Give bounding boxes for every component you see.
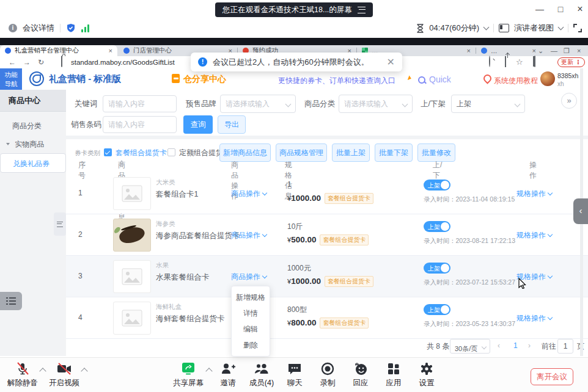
browser-restore-icon[interactable]: ❐ bbox=[564, 47, 570, 54]
status-toggle[interactable]: 上架 bbox=[424, 263, 450, 274]
chevron-down-icon bbox=[402, 101, 408, 107]
browser-tab-1[interactable]: 礼盒营销平台管理中心 × bbox=[0, 45, 117, 56]
batch-on-button[interactable]: 批量上架 bbox=[332, 143, 370, 162]
toast-close-icon[interactable]: ✕ bbox=[387, 57, 395, 67]
product-action-dropdown: 新增规格 详情 编辑 删除 bbox=[231, 286, 270, 357]
menu-item-details[interactable]: 详情 bbox=[232, 305, 270, 321]
sort-icon[interactable] bbox=[120, 160, 123, 166]
url-text[interactable]: standard.maboy.cn/GoodsGiftList bbox=[71, 56, 175, 68]
combo-card-option[interactable]: 套餐组合提货卡 bbox=[116, 143, 167, 162]
export-button[interactable]: 导出 bbox=[218, 115, 246, 134]
category-select[interactable]: 请选择或输入 bbox=[339, 95, 413, 113]
user-sub: xh bbox=[557, 81, 564, 87]
keyword-input[interactable] bbox=[103, 95, 177, 112]
back-icon[interactable]: ← bbox=[9, 56, 16, 68]
info-icon: i bbox=[9, 24, 17, 32]
function-nav-line2: 导航 bbox=[0, 79, 22, 89]
product-image-placeholder bbox=[113, 302, 151, 335]
add-product-button[interactable]: 新增商品信息 bbox=[219, 143, 271, 162]
status-toggle[interactable]: 上架 bbox=[424, 180, 450, 191]
tab-search-chevron-icon[interactable]: ⌄ bbox=[538, 47, 543, 54]
speaker-view-icon bbox=[499, 24, 509, 32]
zoom-icon[interactable] bbox=[489, 56, 490, 67]
combo-card-checkbox[interactable] bbox=[104, 148, 112, 156]
panel-collapse-handle[interactable]: ‹ bbox=[573, 198, 588, 224]
current-page[interactable]: 1 bbox=[513, 341, 518, 350]
function-nav-button[interactable]: 功能 导航 bbox=[0, 68, 22, 90]
spec-manage-button[interactable]: 商品规格管理 bbox=[276, 143, 327, 162]
fullscreen-icon[interactable] bbox=[573, 24, 582, 32]
menu-item-delete[interactable]: 删除 bbox=[232, 337, 270, 353]
forward-icon[interactable]: → bbox=[23, 56, 31, 68]
status-select[interactable]: 上架 bbox=[451, 95, 525, 113]
next-page-icon[interactable]: › bbox=[528, 341, 531, 350]
barcode-input[interactable] bbox=[103, 116, 177, 133]
leave-meeting-button[interactable]: 离开会议 bbox=[531, 368, 573, 385]
floating-list-button[interactable] bbox=[0, 292, 22, 310]
maximize-icon[interactable]: □ bbox=[554, 2, 567, 16]
meeting-topbar: i 会议详情 04:47(60分钟) 演讲者视图 bbox=[0, 18, 588, 38]
unmute-button[interactable]: 解除静音 bbox=[3, 361, 42, 388]
page-size-select[interactable]: 30条/页 bbox=[450, 339, 490, 354]
tutorial-link[interactable]: 系统使用教程 bbox=[494, 76, 538, 86]
chevron-down-icon bbox=[285, 101, 292, 107]
update-button[interactable]: 更新 ⋮ bbox=[557, 57, 585, 67]
sidebar-collapse-handle[interactable] bbox=[54, 212, 66, 236]
fixed-card-checkbox[interactable] bbox=[167, 148, 175, 156]
tab-close-icon[interactable]: × bbox=[109, 48, 112, 54]
row-no: 3 bbox=[78, 272, 83, 280]
brand-title: 礼盒营销 - 标准版 bbox=[49, 73, 121, 85]
batch-off-button[interactable]: 批量下架 bbox=[375, 143, 413, 162]
close-icon[interactable]: × bbox=[573, 2, 587, 16]
browser-minimize-icon[interactable]: — bbox=[551, 47, 557, 54]
brand-select[interactable]: 请选择或输入 bbox=[220, 95, 296, 113]
chat-icon bbox=[287, 361, 303, 376]
share-icon[interactable] bbox=[505, 56, 506, 67]
window-titlebar: 您正在观看金禾通技术王斌18...的屏幕 — □ × bbox=[0, 0, 588, 18]
share-screen-button[interactable]: 共享屏幕 bbox=[169, 361, 208, 388]
banner-menu-icon[interactable] bbox=[358, 7, 366, 13]
spec-action-link[interactable]: 规格操作 bbox=[516, 313, 552, 324]
status-toggle[interactable]: 上架 bbox=[424, 304, 450, 315]
goto-label: 前往 bbox=[542, 341, 556, 352]
sidebar-item-label: 实物商品 bbox=[15, 140, 44, 148]
entry-time: 录入时间：2023-08-21 17:22:13 bbox=[424, 237, 515, 245]
share-center-link[interactable]: 仓分享中心 bbox=[183, 74, 226, 85]
bookmark-star-icon[interactable]: ☆ bbox=[516, 56, 523, 68]
quick-link[interactable]: Quick bbox=[429, 74, 451, 84]
status-toggle[interactable]: 上架 bbox=[424, 221, 450, 232]
table-row: 1 大米类 套餐组合卡1 商品操作 1 ¥1000.00套餐组合提货卡 上架 录… bbox=[66, 173, 588, 214]
minimize-icon[interactable]: — bbox=[533, 2, 546, 16]
function-nav-line1: 功能 bbox=[0, 70, 22, 79]
tab-close-icon[interactable]: × bbox=[467, 48, 471, 54]
card-type-label: 券卡类别 bbox=[75, 143, 100, 162]
expand-filters-button[interactable]: » bbox=[561, 93, 577, 109]
spec-action-link[interactable]: 规格操作 bbox=[516, 230, 552, 241]
menu-item-add-spec[interactable]: 新增规格 bbox=[232, 289, 270, 305]
settings-button[interactable]: 设置 bbox=[407, 361, 446, 388]
product-action-link[interactable]: 商品操作 bbox=[231, 272, 266, 282]
goto-page-input[interactable] bbox=[557, 339, 573, 354]
sidepanel-icon[interactable] bbox=[534, 56, 535, 67]
sidebar-item-physical-goods[interactable]: 实物商品 bbox=[0, 135, 72, 153]
batch-edit-button[interactable]: 批量修改 bbox=[417, 143, 455, 162]
user-avatar[interactable] bbox=[540, 71, 555, 86]
product-action-link[interactable]: 商品操作 bbox=[231, 189, 266, 199]
sidebar-item-gift-voucher[interactable]: 兑换礼品券 bbox=[0, 153, 66, 173]
product-action-link[interactable]: 商品操作 bbox=[231, 230, 266, 241]
view-mode-button[interactable]: 演讲者视图 bbox=[514, 23, 554, 34]
tab-close-icon[interactable]: × bbox=[532, 48, 536, 54]
menu-item-edit[interactable]: 编辑 bbox=[232, 321, 270, 337]
search-button[interactable]: 查询 bbox=[183, 115, 213, 134]
spec-action-link[interactable]: 规格操作 bbox=[516, 189, 552, 199]
reload-icon[interactable]: ↻ bbox=[38, 56, 44, 68]
start-video-button[interactable]: 开启视频 bbox=[45, 361, 84, 388]
chevron-down-icon[interactable] bbox=[483, 24, 490, 31]
chevron-down-icon[interactable] bbox=[558, 24, 564, 31]
security-shield-icon[interactable] bbox=[66, 23, 76, 33]
prev-page-icon[interactable]: ‹ bbox=[498, 341, 500, 350]
chevron-down-icon bbox=[548, 315, 553, 320]
meeting-details-button[interactable]: 会议详情 bbox=[23, 23, 54, 34]
browser-close-icon[interactable]: × bbox=[577, 47, 581, 54]
toast-text: 会议已超过2人，自动转为60分钟限时会议。 bbox=[213, 57, 369, 68]
